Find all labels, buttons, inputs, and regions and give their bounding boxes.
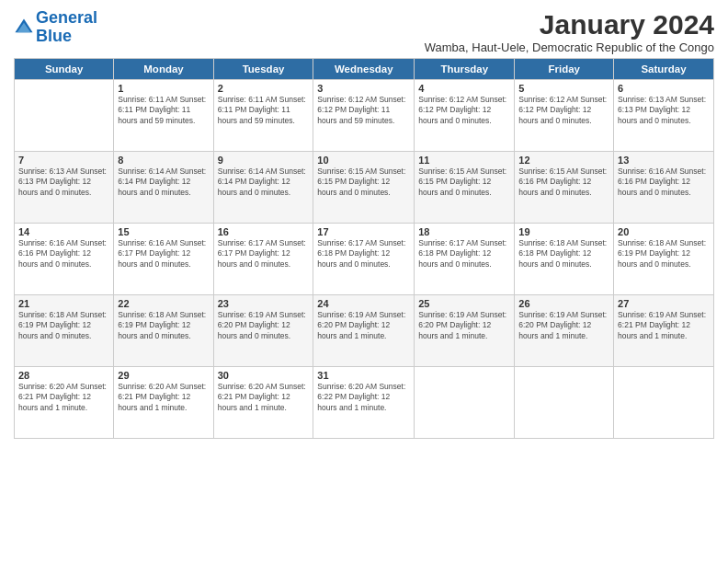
title-block: January 2024 Wamba, Haut-Uele, Democrati… bbox=[425, 9, 714, 54]
calendar-cell: 24Sunrise: 6:19 AM Sunset: 6:20 PM Dayli… bbox=[313, 295, 415, 367]
day-info: Sunrise: 6:19 AM Sunset: 6:20 PM Dayligh… bbox=[218, 310, 310, 341]
day-info: Sunrise: 6:17 AM Sunset: 6:18 PM Dayligh… bbox=[317, 238, 410, 270]
calendar-cell: 10Sunrise: 6:15 AM Sunset: 6:15 PM Dayli… bbox=[313, 152, 415, 224]
day-number: 3 bbox=[317, 83, 410, 94]
day-number: 6 bbox=[618, 83, 710, 94]
calendar-cell: 3Sunrise: 6:12 AM Sunset: 6:12 PM Daylig… bbox=[313, 80, 415, 152]
calendar-day-header: Sunday bbox=[15, 59, 114, 80]
day-number: 21 bbox=[18, 298, 109, 309]
day-info: Sunrise: 6:15 AM Sunset: 6:15 PM Dayligh… bbox=[317, 167, 410, 198]
calendar-cell: 27Sunrise: 6:19 AM Sunset: 6:21 PM Dayli… bbox=[614, 295, 714, 367]
day-number: 28 bbox=[18, 370, 109, 381]
calendar-header-row: SundayMondayTuesdayWednesdayThursdayFrid… bbox=[15, 59, 714, 80]
day-info: Sunrise: 6:18 AM Sunset: 6:19 PM Dayligh… bbox=[618, 238, 710, 270]
day-info: Sunrise: 6:19 AM Sunset: 6:20 PM Dayligh… bbox=[518, 310, 609, 341]
day-info: Sunrise: 6:15 AM Sunset: 6:15 PM Dayligh… bbox=[418, 167, 510, 198]
day-info: Sunrise: 6:18 AM Sunset: 6:19 PM Dayligh… bbox=[118, 310, 209, 341]
day-info: Sunrise: 6:17 AM Sunset: 6:17 PM Dayligh… bbox=[218, 238, 310, 270]
day-number: 16 bbox=[218, 226, 310, 237]
day-info: Sunrise: 6:15 AM Sunset: 6:16 PM Dayligh… bbox=[518, 167, 609, 198]
day-number: 17 bbox=[317, 226, 410, 237]
calendar-cell: 2Sunrise: 6:11 AM Sunset: 6:11 PM Daylig… bbox=[213, 80, 313, 152]
day-number: 24 bbox=[317, 298, 410, 309]
calendar-cell: 12Sunrise: 6:15 AM Sunset: 6:16 PM Dayli… bbox=[515, 152, 614, 224]
calendar-week-row: 7Sunrise: 6:13 AM Sunset: 6:13 PM Daylig… bbox=[15, 152, 714, 224]
header: General Blue January 2024 Wamba, Haut-Ue… bbox=[14, 9, 714, 54]
calendar-cell: 9Sunrise: 6:14 AM Sunset: 6:14 PM Daylig… bbox=[213, 152, 313, 224]
day-info: Sunrise: 6:17 AM Sunset: 6:18 PM Dayligh… bbox=[418, 238, 510, 270]
logo-icon bbox=[14, 17, 34, 38]
day-number: 4 bbox=[418, 83, 510, 94]
calendar-table: SundayMondayTuesdayWednesdayThursdayFrid… bbox=[14, 58, 714, 439]
page: General Blue January 2024 Wamba, Haut-Ue… bbox=[0, 0, 728, 563]
calendar-cell: 19Sunrise: 6:18 AM Sunset: 6:18 PM Dayli… bbox=[515, 224, 614, 295]
calendar-cell bbox=[415, 367, 515, 439]
day-info: Sunrise: 6:18 AM Sunset: 6:18 PM Dayligh… bbox=[518, 238, 609, 270]
day-number: 9 bbox=[218, 155, 310, 166]
calendar-day-header: Tuesday bbox=[213, 59, 313, 80]
calendar-cell: 15Sunrise: 6:16 AM Sunset: 6:17 PM Dayli… bbox=[114, 224, 213, 295]
day-number: 23 bbox=[218, 298, 310, 309]
day-number: 11 bbox=[418, 155, 510, 166]
day-info: Sunrise: 6:18 AM Sunset: 6:19 PM Dayligh… bbox=[18, 310, 109, 341]
day-number: 19 bbox=[518, 226, 609, 237]
day-info: Sunrise: 6:13 AM Sunset: 6:13 PM Dayligh… bbox=[18, 167, 109, 198]
day-number: 8 bbox=[118, 155, 209, 166]
day-number: 2 bbox=[218, 83, 310, 94]
day-number: 13 bbox=[618, 155, 710, 166]
calendar-cell: 17Sunrise: 6:17 AM Sunset: 6:18 PM Dayli… bbox=[313, 224, 415, 295]
logo: General Blue bbox=[14, 9, 97, 46]
day-info: Sunrise: 6:20 AM Sunset: 6:21 PM Dayligh… bbox=[218, 382, 310, 413]
day-number: 1 bbox=[118, 83, 209, 94]
calendar-cell: 30Sunrise: 6:20 AM Sunset: 6:21 PM Dayli… bbox=[213, 367, 313, 439]
calendar-cell: 13Sunrise: 6:16 AM Sunset: 6:16 PM Dayli… bbox=[614, 152, 714, 224]
day-info: Sunrise: 6:19 AM Sunset: 6:20 PM Dayligh… bbox=[317, 310, 410, 341]
day-number: 30 bbox=[218, 370, 310, 381]
day-number: 27 bbox=[618, 298, 710, 309]
calendar-week-row: 1Sunrise: 6:11 AM Sunset: 6:11 PM Daylig… bbox=[15, 80, 714, 152]
day-number: 10 bbox=[317, 155, 410, 166]
subtitle: Wamba, Haut-Uele, Democratic Republic of… bbox=[425, 40, 714, 54]
calendar-cell bbox=[15, 80, 114, 152]
calendar-cell: 29Sunrise: 6:20 AM Sunset: 6:21 PM Dayli… bbox=[114, 367, 213, 439]
calendar-cell bbox=[614, 367, 714, 439]
day-info: Sunrise: 6:11 AM Sunset: 6:11 PM Dayligh… bbox=[118, 95, 209, 126]
main-title: January 2024 bbox=[425, 9, 714, 40]
logo-text: General Blue bbox=[36, 9, 97, 46]
day-number: 29 bbox=[118, 370, 209, 381]
day-number: 18 bbox=[418, 226, 510, 237]
calendar-week-row: 21Sunrise: 6:18 AM Sunset: 6:19 PM Dayli… bbox=[15, 295, 714, 367]
calendar-cell: 16Sunrise: 6:17 AM Sunset: 6:17 PM Dayli… bbox=[213, 224, 313, 295]
day-number: 5 bbox=[518, 83, 609, 94]
calendar-cell: 4Sunrise: 6:12 AM Sunset: 6:12 PM Daylig… bbox=[415, 80, 515, 152]
calendar-cell: 22Sunrise: 6:18 AM Sunset: 6:19 PM Dayli… bbox=[114, 295, 213, 367]
day-info: Sunrise: 6:14 AM Sunset: 6:14 PM Dayligh… bbox=[118, 167, 209, 198]
calendar-cell: 5Sunrise: 6:12 AM Sunset: 6:12 PM Daylig… bbox=[515, 80, 614, 152]
calendar-cell: 8Sunrise: 6:14 AM Sunset: 6:14 PM Daylig… bbox=[114, 152, 213, 224]
day-info: Sunrise: 6:12 AM Sunset: 6:12 PM Dayligh… bbox=[418, 95, 510, 126]
day-number: 14 bbox=[18, 226, 109, 237]
day-number: 25 bbox=[418, 298, 510, 309]
calendar-week-row: 14Sunrise: 6:16 AM Sunset: 6:16 PM Dayli… bbox=[15, 224, 714, 295]
day-info: Sunrise: 6:20 AM Sunset: 6:21 PM Dayligh… bbox=[18, 382, 109, 413]
day-info: Sunrise: 6:13 AM Sunset: 6:13 PM Dayligh… bbox=[618, 95, 710, 126]
calendar-cell: 26Sunrise: 6:19 AM Sunset: 6:20 PM Dayli… bbox=[515, 295, 614, 367]
calendar-cell: 6Sunrise: 6:13 AM Sunset: 6:13 PM Daylig… bbox=[614, 80, 714, 152]
day-number: 15 bbox=[118, 226, 209, 237]
day-info: Sunrise: 6:19 AM Sunset: 6:21 PM Dayligh… bbox=[618, 310, 710, 341]
calendar-cell: 1Sunrise: 6:11 AM Sunset: 6:11 PM Daylig… bbox=[114, 80, 213, 152]
day-info: Sunrise: 6:16 AM Sunset: 6:17 PM Dayligh… bbox=[118, 238, 209, 270]
day-number: 12 bbox=[518, 155, 609, 166]
calendar-day-header: Saturday bbox=[614, 59, 714, 80]
calendar-day-header: Monday bbox=[114, 59, 213, 80]
calendar-cell: 23Sunrise: 6:19 AM Sunset: 6:20 PM Dayli… bbox=[213, 295, 313, 367]
calendar-day-header: Friday bbox=[515, 59, 614, 80]
calendar-day-header: Wednesday bbox=[313, 59, 415, 80]
calendar-cell: 31Sunrise: 6:20 AM Sunset: 6:22 PM Dayli… bbox=[313, 367, 415, 439]
day-info: Sunrise: 6:20 AM Sunset: 6:22 PM Dayligh… bbox=[317, 382, 410, 413]
calendar-cell: 7Sunrise: 6:13 AM Sunset: 6:13 PM Daylig… bbox=[15, 152, 114, 224]
day-info: Sunrise: 6:19 AM Sunset: 6:20 PM Dayligh… bbox=[418, 310, 510, 341]
calendar-cell: 25Sunrise: 6:19 AM Sunset: 6:20 PM Dayli… bbox=[415, 295, 515, 367]
day-number: 22 bbox=[118, 298, 209, 309]
calendar-cell: 21Sunrise: 6:18 AM Sunset: 6:19 PM Dayli… bbox=[15, 295, 114, 367]
